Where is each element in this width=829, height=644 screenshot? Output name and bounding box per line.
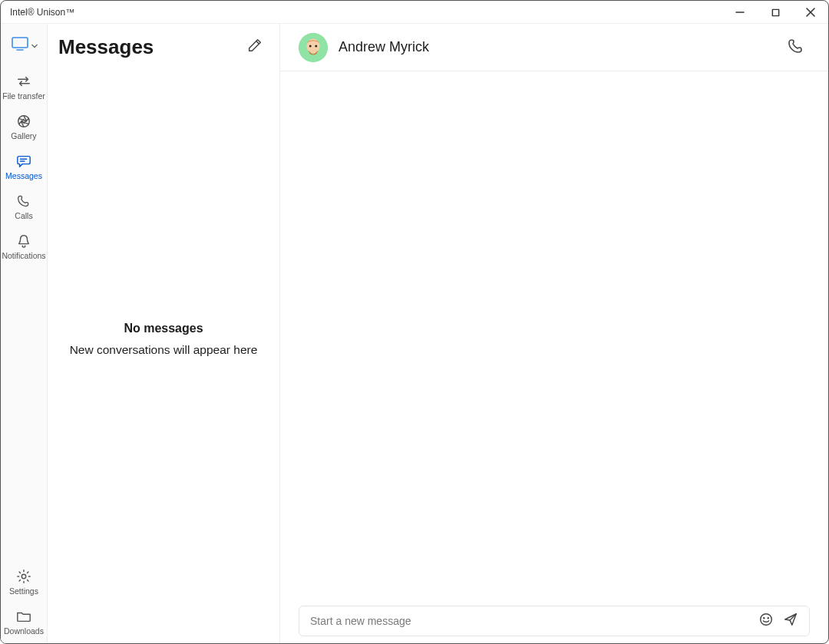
conversations-header: Messages [48, 24, 279, 70]
sidebar-item-notifications[interactable]: Notifications [1, 228, 48, 268]
chat-messages-area [280, 71, 828, 605]
chat-input-row [280, 605, 828, 643]
send-icon [783, 612, 798, 630]
phone-icon [17, 193, 31, 210]
svg-point-13 [315, 45, 317, 47]
sidebar-item-label: File transfer [2, 91, 45, 101]
svg-point-15 [764, 618, 765, 619]
gear-icon [16, 568, 31, 585]
conversations-heading: Messages [58, 35, 154, 59]
phone-icon [788, 38, 804, 58]
sidebar-item-settings[interactable]: Settings [1, 563, 48, 603]
svg-rect-4 [12, 38, 28, 48]
chat-input-container [299, 606, 810, 636]
svg-point-11 [306, 38, 319, 53]
svg-point-14 [761, 614, 772, 626]
window-title: Intel® Unison™ [10, 7, 74, 18]
transfer-icon [16, 73, 31, 90]
sidebar-item-calls[interactable]: Calls [1, 188, 48, 228]
sidebar-item-label: Calls [15, 211, 32, 220]
device-selector[interactable] [1, 33, 48, 68]
call-button[interactable] [784, 35, 808, 60]
send-button[interactable] [778, 609, 803, 633]
sidebar-item-messages[interactable]: Messages [1, 148, 48, 188]
contact-avatar[interactable] [299, 33, 328, 62]
svg-point-16 [768, 618, 768, 619]
window-titlebar: Intel® Unison™ [1, 1, 828, 24]
sidebar-item-label: Gallery [11, 131, 36, 140]
svg-point-12 [309, 45, 312, 47]
svg-point-6 [18, 116, 30, 127]
svg-rect-1 [772, 9, 778, 15]
sidebar-item-label: Downloads [4, 626, 44, 636]
contact-name: Andrew Myrick [339, 39, 429, 55]
sidebar-item-file-transfer[interactable]: File transfer [1, 68, 48, 108]
chat-header: Andrew Myrick [280, 24, 828, 71]
aperture-icon [16, 113, 31, 130]
conversations-panel: Messages No messages New conversations w… [48, 24, 280, 643]
svg-point-9 [21, 574, 25, 578]
sidebar-item-gallery[interactable]: Gallery [1, 108, 48, 148]
bell-icon [17, 233, 31, 249]
folder-icon [16, 608, 31, 625]
sidebar-item-downloads[interactable]: Downloads [1, 603, 48, 643]
emoji-button[interactable] [754, 609, 778, 633]
chevron-down-icon [31, 38, 38, 52]
sidebar: File transfer Gallery Messages Calls Not [1, 24, 48, 643]
emoji-icon [758, 612, 774, 630]
window-minimize-button[interactable] [722, 1, 758, 24]
window-controls [722, 1, 828, 24]
compose-icon [246, 37, 263, 57]
conversations-empty-state: No messages New conversations will appea… [48, 70, 279, 643]
message-input[interactable] [310, 615, 754, 627]
app-body: File transfer Gallery Messages Calls Not [1, 24, 828, 643]
sidebar-item-label: Notifications [2, 251, 45, 260]
empty-title: No messages [124, 322, 203, 335]
chat-panel: Andrew Myrick [280, 24, 828, 643]
sidebar-item-label: Settings [9, 586, 38, 596]
sidebar-item-label: Messages [5, 171, 42, 180]
empty-subtitle: New conversations will appear here [70, 343, 258, 357]
window-close-button[interactable] [793, 1, 828, 24]
compose-button[interactable] [244, 36, 266, 58]
messages-icon [16, 153, 31, 170]
window-maximize-button[interactable] [758, 1, 793, 24]
monitor-icon [11, 36, 29, 54]
